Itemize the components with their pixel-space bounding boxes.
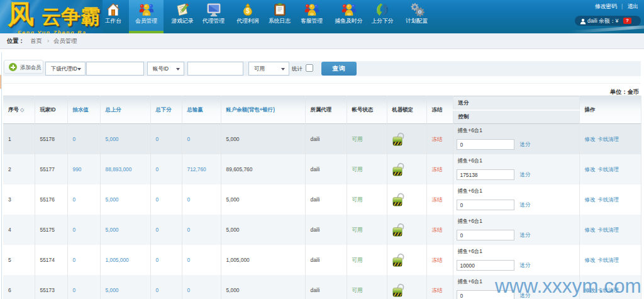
svg-text:$: $	[246, 7, 250, 14]
